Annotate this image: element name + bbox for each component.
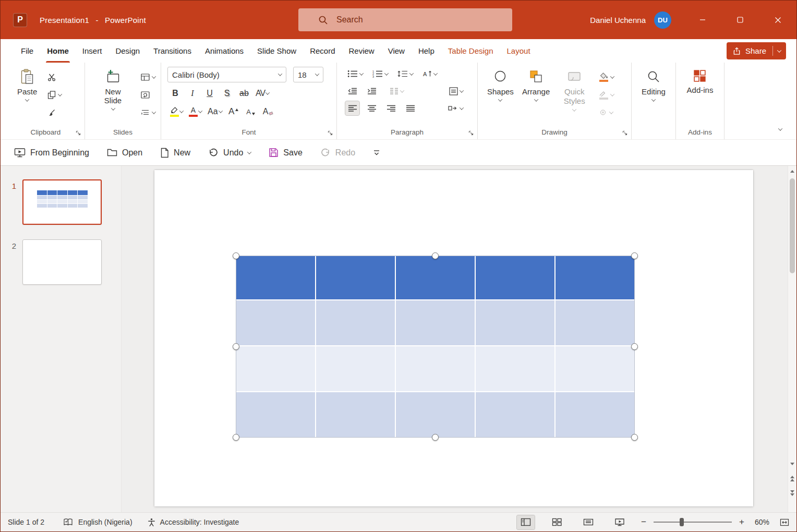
tab-record[interactable]: Record [303, 39, 342, 63]
font-name-select[interactable]: Calibri (Body) [167, 67, 286, 82]
table-cell[interactable] [396, 256, 476, 299]
copy-chevron-icon[interactable] [58, 92, 62, 96]
table-cell[interactable] [396, 392, 476, 437]
table-cell[interactable] [556, 346, 634, 391]
font-color-chevron-icon[interactable] [198, 108, 202, 113]
tab-review[interactable]: Review [342, 39, 381, 63]
quick-styles-chevron-icon[interactable] [572, 107, 576, 111]
shapes-chevron-icon[interactable] [498, 97, 502, 101]
table-cell[interactable] [476, 300, 556, 345]
font-name-chevron-icon[interactable] [278, 71, 282, 76]
align-text-chevron-icon[interactable] [460, 88, 464, 92]
columns-chevron-icon[interactable] [400, 88, 404, 92]
underline-button[interactable]: U [202, 86, 218, 101]
shape-fill-chevron-icon[interactable] [610, 74, 614, 78]
slide-1-thumbnail[interactable] [22, 179, 102, 225]
table-cell[interactable] [316, 392, 396, 437]
tab-file[interactable]: File [14, 39, 40, 63]
new-slide-chevron-icon[interactable] [111, 106, 115, 110]
copy-button[interactable] [45, 88, 64, 102]
increase-font-size-button[interactable]: A [226, 104, 241, 119]
save-button[interactable]: Save [269, 148, 302, 158]
text-shadow-button[interactable]: S [219, 86, 235, 101]
table-resize-handle-bottom-right[interactable] [631, 434, 638, 441]
decrease-indent-button[interactable] [345, 84, 359, 98]
tab-design[interactable]: Design [108, 39, 147, 63]
arrange-chevron-icon[interactable] [534, 97, 538, 101]
table-resize-handle-middle-left[interactable] [233, 343, 239, 350]
arrange-button[interactable]: Arrange [518, 66, 554, 119]
drawing-dialog-launcher[interactable] [622, 130, 627, 136]
table-cell[interactable] [236, 256, 316, 299]
spelling-check-button[interactable] [63, 518, 73, 526]
previous-slide-button[interactable] [788, 474, 796, 482]
bullets-button[interactable] [345, 67, 365, 81]
slide-2-thumbnail[interactable] [22, 239, 102, 285]
italic-button[interactable]: I [185, 86, 200, 101]
customize-toolbar-button[interactable] [373, 150, 380, 156]
table[interactable] [236, 256, 634, 437]
numbering-chevron-icon[interactable] [384, 71, 389, 75]
zoom-level[interactable]: 60% [755, 518, 769, 526]
table-resize-handle-bottom-middle[interactable] [432, 434, 439, 441]
character-spacing-chevron-icon[interactable] [265, 90, 270, 94]
align-text-button[interactable] [447, 84, 465, 98]
new-slide-button[interactable]: New Slide [91, 66, 135, 119]
table-resize-handle-middle-right[interactable] [631, 343, 638, 350]
table-cell[interactable] [556, 300, 634, 345]
table-cell[interactable] [556, 256, 634, 299]
scrollbar-thumb[interactable] [790, 178, 795, 273]
slide-sorter-view-button[interactable] [548, 515, 566, 529]
text-direction-chevron-icon[interactable] [433, 71, 438, 75]
tab-animations[interactable]: Animations [198, 39, 250, 63]
reset-slide-button[interactable] [139, 88, 158, 102]
paragraph-dialog-launcher[interactable] [468, 130, 474, 136]
section-button[interactable] [139, 105, 158, 119]
addins-button[interactable]: Add-ins [683, 66, 718, 94]
highlight-color-button[interactable] [167, 104, 185, 119]
clear-formatting-button[interactable]: A [260, 104, 276, 119]
share-button[interactable]: Share [727, 42, 786, 59]
normal-view-button[interactable] [517, 515, 535, 529]
accessibility-checker-button[interactable]: Accessibility: Investigate [147, 518, 239, 527]
shape-effects-chevron-icon[interactable] [609, 110, 613, 114]
font-dialog-launcher[interactable] [328, 130, 333, 136]
search-input[interactable]: Search [298, 8, 512, 31]
change-case-button[interactable]: Aa [206, 104, 224, 119]
slide-show-button[interactable] [611, 515, 629, 529]
avatar[interactable]: DU [654, 11, 671, 29]
format-painter-button[interactable] [45, 105, 64, 119]
table-cell[interactable] [556, 392, 634, 437]
table-cell[interactable] [316, 256, 396, 299]
bullets-chevron-icon[interactable] [359, 71, 364, 75]
redo-button[interactable]: Redo [320, 148, 355, 158]
language-button[interactable]: English (Nigeria) [78, 518, 132, 526]
shapes-button[interactable]: Shapes [483, 66, 518, 119]
paste-chevron-icon[interactable] [25, 97, 29, 101]
table-cell[interactable] [396, 300, 476, 345]
table-cell[interactable] [396, 346, 476, 391]
table-cell[interactable] [476, 392, 556, 437]
tab-insert[interactable]: Insert [76, 39, 109, 63]
font-color-button[interactable]: A [187, 104, 204, 119]
smartart-chevron-icon[interactable] [460, 105, 464, 110]
zoom-out-button[interactable]: − [639, 517, 648, 527]
zoom-in-button[interactable]: + [737, 517, 746, 527]
table-cell[interactable] [316, 300, 396, 345]
align-center-button[interactable] [365, 101, 379, 115]
numbering-button[interactable]: 123 [370, 67, 390, 81]
zoom-slider[interactable] [654, 522, 732, 523]
align-left-button[interactable] [345, 101, 359, 115]
tab-view[interactable]: View [381, 39, 412, 63]
tab-home[interactable]: Home [40, 39, 76, 63]
table-cell[interactable] [476, 256, 556, 299]
open-button[interactable]: Open [107, 148, 142, 158]
tab-slide-show[interactable]: Slide Show [250, 39, 303, 63]
ribbon-display-options-button[interactable] [779, 124, 782, 133]
reading-view-button[interactable] [579, 515, 597, 529]
change-case-chevron-icon[interactable] [218, 108, 222, 113]
tab-help[interactable]: Help [412, 39, 441, 63]
maximize-button[interactable] [721, 1, 759, 39]
minimize-button[interactable] [684, 1, 721, 39]
strikethrough-button[interactable]: ab [236, 86, 252, 101]
